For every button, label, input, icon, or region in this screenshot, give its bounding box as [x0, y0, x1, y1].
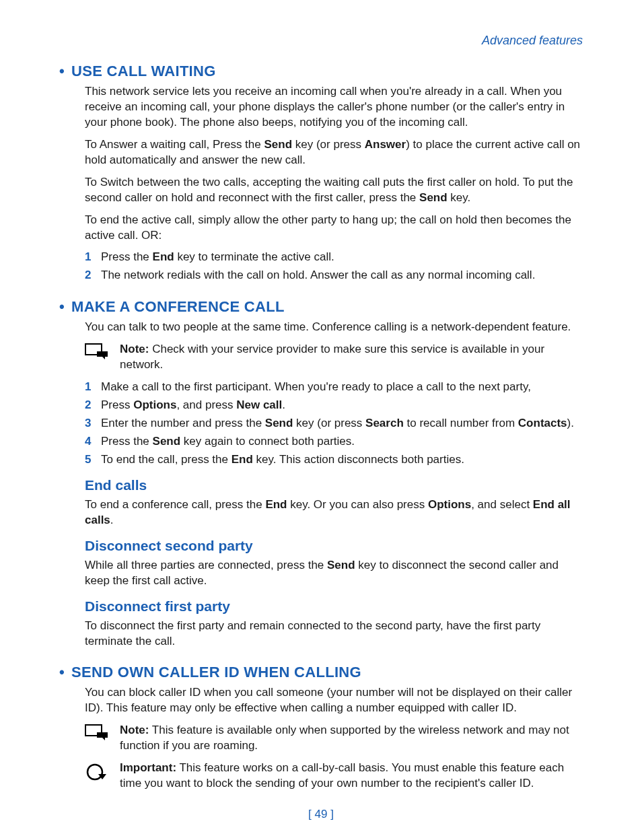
ordered-list: 1 Make a call to the first participant. … — [85, 380, 583, 468]
heading-use-call-waiting: •USE CALL WAITING — [59, 63, 583, 80]
note-block: Note: Check with your service provider t… — [85, 342, 583, 373]
list-item: 2 Press Options, and press New call. — [85, 398, 583, 413]
paragraph: To end a conference call, press the End … — [85, 497, 583, 528]
header-category: Advanced features — [59, 34, 583, 48]
list-item: 1 Press the End key to terminate the act… — [85, 250, 583, 265]
paragraph: To disconnect the first party and remain… — [85, 619, 583, 650]
important-block: Important: This feature works on a call-… — [85, 761, 583, 792]
ordered-list: 1 Press the End key to terminate the act… — [85, 250, 583, 283]
note-icon — [85, 723, 109, 754]
list-item: 4 Press the Send key again to connect bo… — [85, 434, 583, 450]
svg-marker-1 — [97, 351, 108, 359]
heading-conference-call: •MAKE A CONFERENCE CALL — [59, 298, 583, 316]
paragraph: While all three parties are connected, p… — [85, 558, 583, 589]
list-item: 5 To end the call, press the End key. Th… — [85, 452, 583, 468]
bullet-icon: • — [59, 63, 65, 79]
bullet-icon: • — [59, 298, 65, 315]
paragraph: You can talk to two people at the same t… — [85, 320, 583, 335]
list-item: 2 The network redials with the call on h… — [85, 268, 583, 283]
paragraph: To end the active call, simply allow the… — [85, 213, 583, 244]
list-item: 3 Enter the number and press the Send ke… — [85, 416, 583, 431]
note-icon — [85, 342, 109, 373]
list-item: 1 Make a call to the first participant. … — [85, 380, 583, 395]
paragraph: This network service lets you receive an… — [85, 84, 583, 131]
svg-point-4 — [87, 765, 102, 779]
paragraph: You can block caller ID when you call so… — [85, 685, 583, 716]
subheading-end-calls: End calls — [85, 477, 583, 493]
note-block: Note: This feature is available only whe… — [85, 723, 583, 754]
svg-marker-3 — [97, 732, 108, 740]
heading-send-caller-id: •SEND OWN CALLER ID WHEN CALLING — [59, 664, 583, 681]
important-icon — [85, 761, 109, 792]
subheading-disconnect-second: Disconnect second party — [85, 538, 583, 554]
paragraph: To Answer a waiting call, Press the Send… — [85, 137, 583, 168]
page-number: [ 49 ] — [59, 808, 583, 821]
bullet-icon: • — [59, 664, 65, 680]
paragraph: To Switch between the two calls, accepti… — [85, 175, 583, 206]
subheading-disconnect-first: Disconnect first party — [85, 598, 583, 615]
